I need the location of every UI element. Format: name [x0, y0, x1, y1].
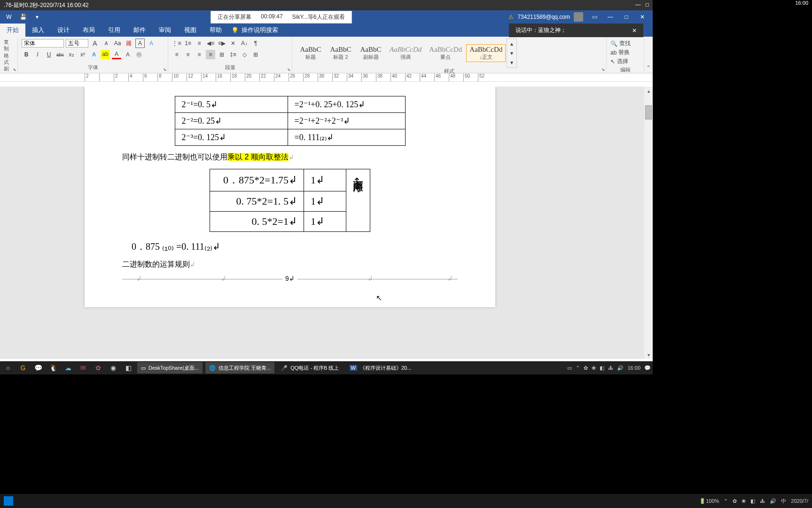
app-icon[interactable]: ◧: [122, 363, 134, 373]
tray-icon[interactable]: ❀: [742, 498, 746, 504]
qat-more-icon[interactable]: ▾: [33, 13, 41, 21]
style-heading1[interactable]: AaBbC标题: [296, 44, 325, 62]
puzzle-icon[interactable]: ✿: [92, 363, 104, 373]
document-area[interactable]: 2⁻¹=0. 5↲=2⁻¹+0. 25+0. 125↲ 2⁻²=0. 25↲=2…: [0, 87, 653, 359]
multilevel-icon[interactable]: ≡: [195, 39, 204, 48]
styles-scroll-up-icon[interactable]: ▴: [507, 39, 516, 48]
table-cell[interactable]: 1↲: [304, 212, 346, 232]
strike-icon[interactable]: abc: [55, 50, 65, 59]
line-spacing-icon[interactable]: ‡≡: [228, 50, 238, 59]
asian-layout-icon[interactable]: ✕: [228, 39, 238, 48]
taskbar-item-browser[interactable]: 🌐信息工程学院 王晓青...: [205, 362, 274, 373]
style-subtitle[interactable]: AaBbC副标题: [356, 44, 385, 62]
tab-review[interactable]: 审阅: [152, 24, 178, 37]
font-name-select[interactable]: [22, 39, 64, 48]
style-strong[interactable]: AaBbCcDd要点: [426, 44, 465, 62]
highlighted-text[interactable]: 乘以 2 顺向取整法: [227, 153, 289, 161]
save-icon[interactable]: 💾: [19, 13, 27, 21]
table-cell[interactable]: 1↲: [304, 169, 346, 191]
paragraph-launcher-icon[interactable]: ⬊: [287, 67, 291, 72]
style-emphasis[interactable]: AaBbCcDd强调: [386, 44, 425, 62]
body-paragraph[interactable]: 同样十进制转二进制也可以使用乘以 2 顺向取整法↲: [122, 152, 458, 162]
scroll-thumb[interactable]: [645, 105, 652, 119]
network-icon[interactable]: 🖧: [760, 498, 765, 504]
shrink-font-icon[interactable]: A: [102, 39, 111, 48]
table-cell[interactable]: 2⁻²=0. 25↲: [175, 113, 288, 129]
tray-icon[interactable]: ◧: [600, 365, 604, 371]
tab-mailings[interactable]: 邮件: [127, 24, 152, 37]
volume-icon[interactable]: 🔊: [770, 498, 776, 504]
tab-help[interactable]: 帮助: [203, 24, 228, 37]
qq-icon[interactable]: 🐧: [47, 363, 59, 373]
align-center-icon[interactable]: ≡: [183, 50, 193, 59]
align-right-icon[interactable]: ≡: [195, 50, 204, 59]
bold-icon[interactable]: B: [22, 50, 31, 59]
recorder-min-icon[interactable]: —: [635, 1, 641, 8]
align-left-icon[interactable]: ≡: [172, 50, 181, 59]
taskbar-item-qqcall[interactable]: 🎤QQ电话 - 程序B 线上: [277, 362, 343, 373]
numbering-icon[interactable]: 1≡: [183, 39, 193, 48]
show-marks-icon[interactable]: ¶: [251, 39, 260, 48]
sort-icon[interactable]: A↓: [240, 39, 249, 48]
maximize-icon[interactable]: □: [619, 11, 634, 23]
scroll-up-icon[interactable]: ▴: [644, 87, 653, 95]
tab-layout[interactable]: 布局: [76, 24, 102, 37]
collapse-ribbon-icon[interactable]: ⌃: [646, 64, 651, 71]
tray-up-icon[interactable]: ⌃: [724, 498, 728, 504]
tray-icon[interactable]: ❀: [592, 365, 596, 371]
tab-references[interactable]: 引用: [102, 24, 127, 37]
horizontal-ruler[interactable]: 2 24 68 1012 1416 1820 2224 2628 3032 34…: [0, 73, 653, 82]
tab-design[interactable]: 设计: [51, 24, 76, 37]
borders-icon[interactable]: ⊞: [251, 50, 260, 59]
tray-up-icon[interactable]: ⌃: [576, 365, 580, 371]
tray-icon[interactable]: ✿: [584, 365, 588, 371]
tray-icon[interactable]: ◧: [750, 498, 755, 504]
document-page[interactable]: 2⁻¹=0. 5↲=2⁻¹+0. 25+0. 125↲ 2⁻²=0. 25↲=2…: [85, 87, 495, 307]
font-size-select[interactable]: [66, 39, 88, 48]
mail-icon[interactable]: ✉: [77, 363, 89, 373]
decrease-indent-icon[interactable]: ◀≡: [206, 39, 215, 48]
enclose-char-icon[interactable]: ㊞: [134, 50, 144, 59]
styles-more-icon[interactable]: ▾: [507, 58, 516, 67]
account-email[interactable]: 734211589@qq.com: [517, 14, 570, 20]
speech-close-icon[interactable]: ✕: [632, 27, 637, 34]
result-paragraph[interactable]: 0．875 ₍₁₀₎ =0. 111₍₂₎↲: [132, 240, 458, 253]
cloud-icon[interactable]: ☁: [62, 363, 74, 373]
notification-icon[interactable]: 💬: [644, 365, 651, 371]
battery-icon[interactable]: 🔋100%: [699, 498, 719, 504]
tab-view[interactable]: 视图: [178, 24, 203, 37]
wechat-icon[interactable]: 💬: [32, 363, 44, 373]
tab-home[interactable]: 开始: [0, 24, 25, 37]
increase-indent-icon[interactable]: ≡▶: [217, 39, 226, 48]
ime-indicator[interactable]: 中: [781, 498, 786, 505]
clear-format-icon[interactable]: A: [147, 39, 156, 48]
style-normal[interactable]: AaBbCcDd↓正文: [466, 44, 506, 62]
tray-icon[interactable]: ▭: [567, 365, 572, 371]
table-cell[interactable]: 0. 75*2=1. 5↲: [210, 191, 304, 212]
table-cell[interactable]: 0. 5*2=1↲: [210, 212, 304, 232]
table-cell[interactable]: 0．875*2=1.75↲: [210, 169, 304, 191]
style-heading2[interactable]: AaBbC标题 2: [326, 44, 355, 62]
replace-button[interactable]: ab替换: [610, 48, 640, 56]
volume-icon[interactable]: 🔊: [617, 365, 624, 371]
heading-paragraph[interactable]: 二进制数的运算规则↲: [122, 260, 458, 270]
scroll-down-icon[interactable]: ▾: [644, 350, 653, 359]
styles-scroll-down-icon[interactable]: ▾: [507, 48, 516, 58]
table-cell[interactable]: =2⁻¹+2⁻²+2⁻³↲: [288, 113, 405, 129]
justify-icon[interactable]: ≡: [206, 50, 215, 59]
copy-button[interactable]: 复制: [4, 39, 14, 52]
styles-launcher-icon[interactable]: ⬊: [601, 67, 605, 72]
ribbon-display-icon[interactable]: ▭: [587, 11, 602, 23]
underline-icon[interactable]: U: [44, 50, 54, 59]
clock-date[interactable]: 2020/7/: [791, 498, 808, 504]
table-cell[interactable]: 1↲: [304, 191, 346, 212]
table-cell-merged[interactable]: 顺序向下 ↲: [346, 169, 370, 232]
table-cell[interactable]: =0. 111₍₂₎↲: [288, 129, 405, 146]
find-button[interactable]: 🔍查找: [610, 40, 640, 48]
styles-gallery[interactable]: AaBbC标题 AaBbC标题 2 AaBbC副标题 AaBbCcDd强调 Aa…: [296, 39, 602, 68]
recorder-max-icon[interactable]: □: [646, 1, 649, 8]
chrome-icon[interactable]: ◉: [107, 363, 119, 373]
vertical-scrollbar[interactable]: ▴ ▾: [644, 87, 653, 359]
shading-icon[interactable]: ◇: [240, 50, 249, 59]
tray-icon[interactable]: ✿: [733, 498, 737, 504]
